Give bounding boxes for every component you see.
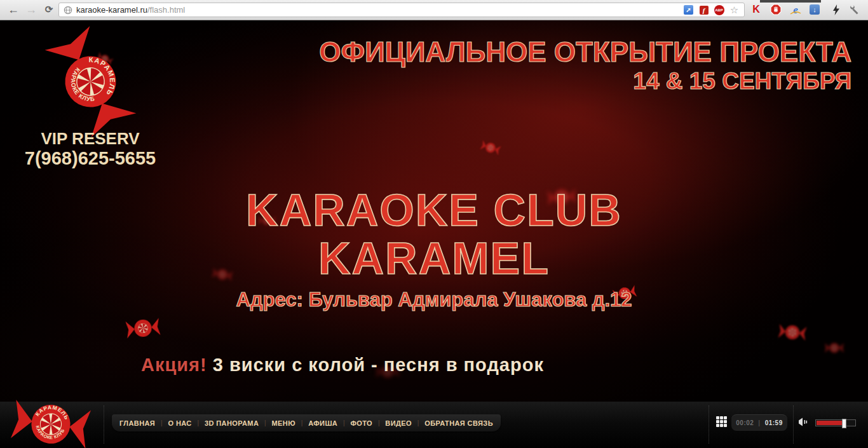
menu-item-menu[interactable]: МЕНЮ: [272, 419, 295, 427]
menu-item-photo[interactable]: ФОТО: [350, 419, 372, 427]
flash-plugin-icon[interactable]: f: [700, 6, 709, 15]
globe-icon: [64, 6, 72, 15]
promo-text: 3 виски с колой - песня в подарок: [207, 355, 544, 375]
menu-separator: |: [264, 419, 266, 426]
wrench-icon: [849, 4, 860, 15]
candy-decoration: [124, 315, 162, 342]
kaspersky-extension-icon[interactable]: K: [750, 3, 763, 16]
volume-slider[interactable]: [815, 419, 856, 426]
download-arrow-glyph: ↓: [810, 4, 820, 15]
share-icon[interactable]: ➚: [684, 5, 693, 15]
url-text: karaoke-karamel.ru/flash.html: [76, 5, 185, 15]
page-title: KARAOKE CLUB KARAMEL: [0, 186, 868, 283]
announcement-line2: 14 & 15 СЕНТЯБРЯ: [319, 67, 851, 95]
announcement-line1: ОФИЦИАЛЬНОЕ ОТКРЫТИЕ ПРОЕКТА: [319, 37, 851, 67]
internet-explorer-extension-icon[interactable]: e: [789, 3, 802, 16]
stop-hand-icon: [770, 4, 782, 15]
vip-phone-number: 7(968)625-5655: [14, 149, 166, 168]
flash-content: КАРАМЕЛЬ КАРАОКЕ КЛУБ VIP RESERV 7(968)6…: [0, 20, 868, 402]
tab-strip-remnant: [760, 0, 821, 3]
volume-handle[interactable]: [842, 419, 846, 428]
download-extension-icon[interactable]: ↓: [808, 3, 821, 16]
bottom-nav-bar: КАРАМЕЛЬ КАРАОКЕ КЛУБ ГЛАВНАЯ | О НАС | …: [0, 402, 868, 448]
adblock-plus-icon[interactable]: ABP: [714, 5, 724, 15]
promo-line: Акция! 3 виски с колой - песня в подарок: [141, 355, 544, 376]
lightning-extension-icon[interactable]: [830, 3, 843, 16]
playlist-grid-icon[interactable]: [716, 416, 727, 427]
menu-separator: |: [417, 419, 419, 426]
menu-item-feedback[interactable]: ОБРАТНАЯ СВЯЗЬ: [424, 419, 493, 427]
title-line1: KARAOKE CLUB: [0, 186, 868, 234]
browser-toolbar: ← → ⟳ karaoke-karamel.ru/flash.html ➚ f …: [0, 0, 868, 20]
nav-divider-dotted: [104, 405, 104, 444]
speaker-icon[interactable]: [797, 417, 809, 426]
ie-swoosh: [790, 11, 801, 16]
time-total: 01:59: [765, 419, 783, 426]
wrench-menu-icon[interactable]: [848, 3, 860, 16]
menu-item-video[interactable]: ВИДЕО: [385, 419, 412, 427]
vip-reserve-label: VIP RESERV: [14, 129, 166, 149]
address-line: Адрес: Бульвар Адмирала Ушакова д.12: [0, 288, 868, 311]
menu-separator: |: [301, 419, 303, 426]
menu-item-about[interactable]: О НАС: [168, 419, 191, 427]
time-current: 00:02: [736, 419, 754, 426]
url-path: /flash.html: [147, 5, 185, 15]
address-bar[interactable]: karaoke-karamel.ru/flash.html ➚ f ABP ☆: [58, 3, 745, 17]
menu-separator: |: [343, 419, 345, 426]
title-line2: KARAMEL: [0, 234, 868, 283]
main-menu: ГЛАВНАЯ | О НАС | 3D ПАНОРАМА | МЕНЮ | А…: [112, 414, 501, 431]
bookmark-star-icon[interactable]: ☆: [730, 5, 738, 15]
candy-decoration: [824, 341, 844, 355]
candy-decoration: [479, 139, 503, 158]
lightning-icon: [832, 4, 840, 15]
menu-item-home[interactable]: ГЛАВНАЯ: [119, 419, 155, 427]
reload-button[interactable]: ⟳: [41, 1, 57, 18]
volume-fill: [817, 421, 843, 425]
menu-separator: |: [161, 419, 163, 426]
club-logo: КАРАМЕЛЬ КАРАОКЕ КЛУБ: [36, 20, 146, 144]
vip-reserve-block: VIP RESERV 7(968)625-5655: [14, 129, 166, 168]
menu-separator: |: [378, 419, 380, 426]
url-host: karaoke-karamel.ru: [76, 5, 147, 15]
candy-decoration: [777, 322, 808, 344]
menu-separator: |: [197, 419, 199, 426]
time-separator: |: [758, 419, 760, 426]
menu-item-afisha[interactable]: АФИША: [308, 419, 337, 427]
back-button[interactable]: ←: [5, 1, 22, 18]
promo-highlight: Акция!: [141, 355, 207, 375]
player-divider-dotted: [793, 405, 794, 444]
stop-hand-extension-icon[interactable]: [770, 3, 782, 16]
kaspersky-glyph: K: [752, 4, 760, 15]
player-time-display: 00:02 | 01:59: [731, 414, 787, 431]
player-divider-dotted: [709, 405, 709, 444]
menu-item-3d-panorama[interactable]: 3D ПАНОРАМА: [205, 419, 259, 427]
opening-announcement: ОФИЦИАЛЬНОЕ ОТКРЫТИЕ ПРОЕКТА 14 & 15 СЕН…: [319, 37, 851, 95]
forward-button[interactable]: →: [23, 1, 39, 18]
